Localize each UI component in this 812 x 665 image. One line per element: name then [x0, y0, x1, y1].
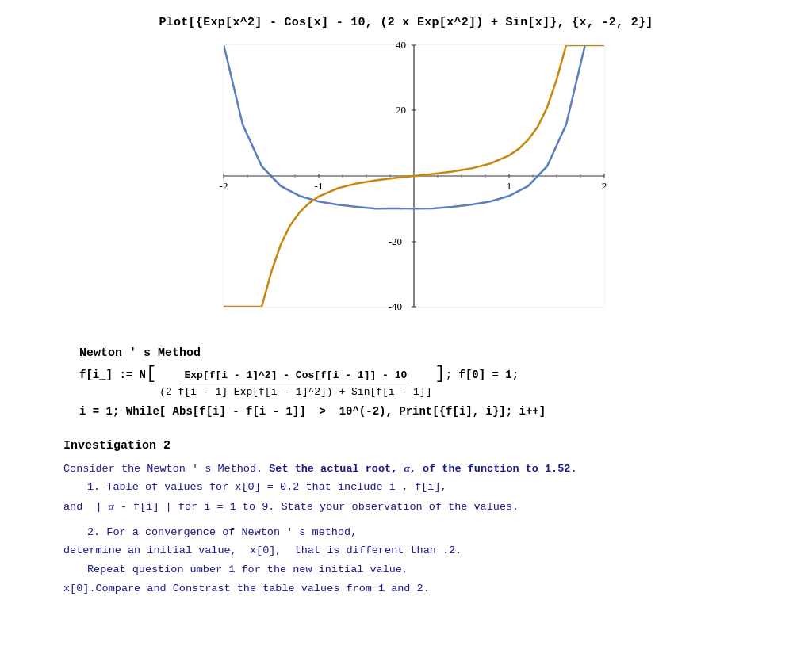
alpha-symbol2: α — [109, 500, 114, 512]
svg-text:40: 40 — [396, 39, 406, 51]
svg-text:20: 20 — [396, 104, 406, 116]
inv-line1: Consider the Newton ' s Method. Set the … — [63, 459, 749, 479]
plot-area: -2 -1 1 2 40 20 -20 -40 — [176, 37, 636, 331]
code-denominator: (2 f[i - 1] Exp[f[i - 1]^2]) + Sin[f[i -… — [158, 384, 433, 400]
inv-line4: 2. For a convergence of Newton ' s metho… — [87, 523, 749, 542]
inv-line6: Repeat question umber 1 for the new init… — [87, 560, 749, 579]
svg-text:-1: -1 — [315, 180, 324, 192]
investigation-section: Investigation 2 Consider the Newton ' s … — [32, 439, 780, 598]
newton-code: f[i_] := N [ Exp[f[i - 1]^2] - Cos[f[i -… — [79, 366, 733, 422]
investigation-title: Investigation 2 — [63, 439, 780, 453]
code-while-line: i = 1; While[ Abs[f[i] - f[i - 1]] > 10^… — [79, 403, 733, 422]
svg-text:1: 1 — [507, 180, 512, 192]
alpha-symbol: α — [404, 462, 409, 474]
svg-text:2: 2 — [602, 180, 607, 192]
inv-bold1: Set the actual root, α, of the function … — [269, 463, 576, 475]
investigation-body: Consider the Newton ' s Method. Set the … — [63, 459, 749, 598]
plot-title: Plot[{Exp[x^2] - Cos[x] - 10, (2 x Exp[x… — [32, 16, 780, 29]
svg-text:-2: -2 — [220, 180, 228, 192]
code-fi-inner: Exp[f[i - 1]^2] - Cos[f[i - 1]] - 10 (2 … — [158, 368, 433, 399]
svg-text:-20: -20 — [389, 235, 402, 247]
svg-text:-40: -40 — [389, 300, 402, 312]
code-bracket-open: [ — [146, 366, 156, 382]
inv-line3: and | α - f[i] | for i = 1 to 9. State y… — [63, 497, 749, 517]
newton-title: Newton ' s Method — [79, 346, 780, 360]
code-numerator: Exp[f[i - 1]^2] - Cos[f[i - 1]] - 10 — [182, 368, 408, 384]
code-fi-def: f[i_] := N — [79, 367, 146, 384]
code-semicolon-f0: ; f[0] = 1; — [446, 367, 519, 384]
inv-line7: x[0].Compare and Constrast the table val… — [63, 579, 749, 598]
inv-line2: 1. Table of values for x[0] = 0.2 that i… — [87, 478, 749, 497]
newton-section: Newton ' s Method f[i_] := N [ Exp[f[i -… — [32, 346, 780, 422]
inv-line5: determine an initial value, x[0], that i… — [63, 541, 749, 560]
code-bracket-close: ] — [435, 366, 445, 382]
